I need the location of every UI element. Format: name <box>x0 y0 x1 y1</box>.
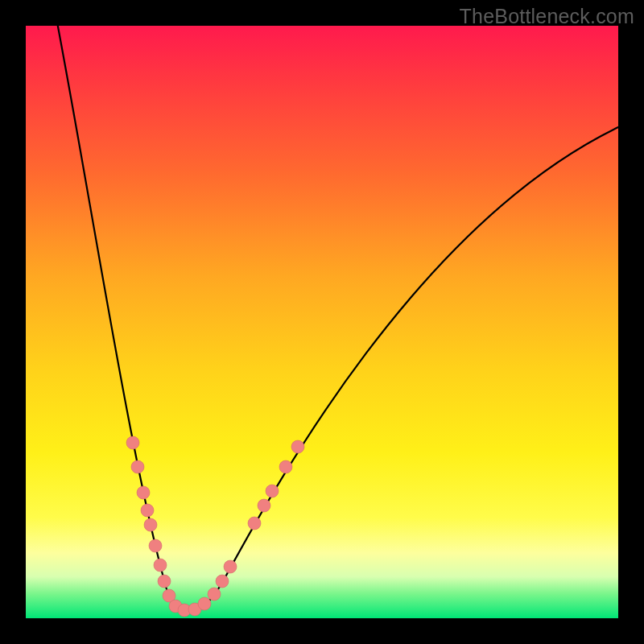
data-marker <box>248 517 261 530</box>
data-marker <box>158 575 171 588</box>
data-marker <box>266 485 279 497</box>
data-marker <box>224 560 237 573</box>
data-marker <box>141 504 154 517</box>
data-marker <box>131 460 144 473</box>
data-marker <box>137 486 150 499</box>
data-marker <box>154 559 167 572</box>
outer-frame: TheBottleneck.com <box>0 0 644 644</box>
data-marker <box>216 575 229 588</box>
watermark-text: TheBottleneck.com <box>460 5 634 28</box>
bottleneck-curve <box>55 10 618 610</box>
data-marker <box>279 460 292 473</box>
curve-layer <box>26 26 618 618</box>
data-marker <box>149 539 162 552</box>
data-marker <box>208 588 221 601</box>
data-marker <box>258 499 270 512</box>
data-marker <box>144 518 157 531</box>
data-marker <box>126 436 139 449</box>
data-marker <box>198 597 211 610</box>
plot-area <box>26 26 618 618</box>
data-marker <box>291 440 304 453</box>
markers-group <box>126 436 304 617</box>
